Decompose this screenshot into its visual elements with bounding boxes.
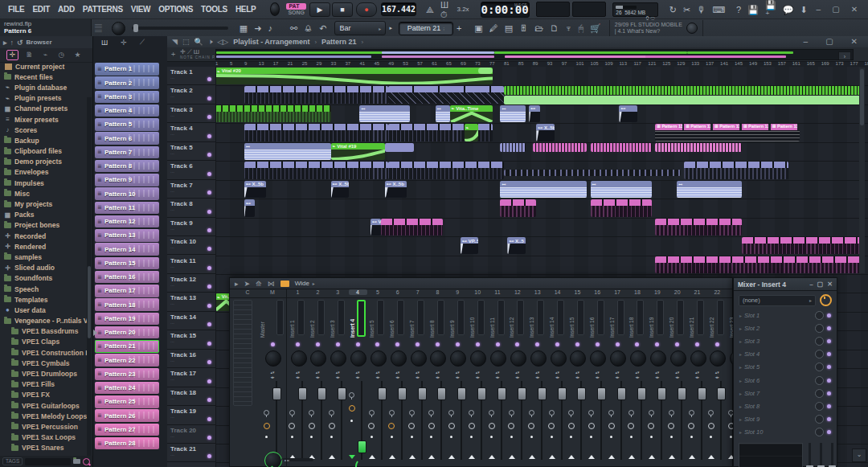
clip-samp[interactable]: ⊷ — [244, 199, 255, 216]
browser-item-templates[interactable]: Templates — [0, 294, 87, 305]
shuffle-knob[interactable] — [112, 22, 125, 35]
clip-drum[interactable] — [504, 170, 681, 176]
strip-record-arm-icon[interactable] — [508, 423, 514, 429]
save-version-icon[interactable]: 💾⁺ — [762, 0, 780, 19]
browser-item-mixer-presets[interactable]: ≡Mixer presets — [0, 114, 87, 125]
browser-item-vpe1-snares[interactable]: VPE1 Snares — [0, 443, 87, 453]
playlist-select-icon[interactable]: ⬚ — [182, 38, 190, 46]
mixer-view-selector[interactable]: Wide ▸ — [295, 280, 315, 287]
mixer-strip-5[interactable]: Insert 5 ▴▾◂▸ — [368, 297, 387, 466]
clip-multi[interactable] — [500, 199, 536, 216]
mixer-number-10[interactable]: 10 — [469, 289, 487, 295]
mixer-strip-12[interactable]: Insert 12 ▴▾◂▸ — [508, 297, 526, 466]
strip-swap-dot[interactable] — [670, 436, 673, 438]
track-header-6[interactable]: Track 6 ... — [167, 161, 215, 179]
piano-roll-icon[interactable]: 🖉 — [486, 23, 502, 33]
track-led[interactable] — [207, 398, 211, 402]
strip-mute-led[interactable] — [515, 342, 519, 346]
eq-band3-fader[interactable] — [831, 443, 833, 467]
slot-enable-led[interactable] — [827, 379, 831, 383]
strip-route-arrow[interactable] — [689, 455, 695, 459]
mixer-strip-10[interactable]: Insert 10 ▴▾◂▸ — [469, 297, 487, 466]
mixer-strip-4[interactable]: Insert 4 ▴▾◂▸ — [349, 297, 367, 466]
mixer-strip-22[interactable]: Insert 22 ▴▾◂▸ — [708, 297, 727, 466]
browser-item-impulses[interactable]: Impulses — [0, 178, 87, 188]
strip-record-arm-icon[interactable] — [708, 423, 714, 429]
strip-sep-controls[interactable]: ▴▾◂▸ — [451, 370, 464, 379]
slot-enable-led[interactable] — [827, 313, 831, 317]
menu-item-file[interactable]: FILE — [5, 2, 27, 16]
track-options[interactable]: ... — [170, 396, 212, 399]
pattern-item-7[interactable]: ≣Pattern 7 — [95, 146, 159, 159]
pattern-add-icon[interactable]: + — [453, 23, 465, 33]
pattern-item-14[interactable]: ≣Pattern 14 — [95, 243, 159, 256]
strip-mute-led[interactable] — [675, 342, 679, 346]
pattern-selector[interactable]: Pattern 21⁝ — [399, 22, 453, 35]
strip-swap-dot[interactable] — [450, 436, 452, 438]
slot-enable-led[interactable] — [827, 417, 831, 421]
strip-plugin-icon[interactable] — [708, 410, 714, 416]
eq-band1-fader[interactable] — [809, 443, 811, 467]
microphone-icon[interactable]: 🎙 — [694, 5, 709, 14]
time-display[interactable]: 0:00:00 M:S:CS — [481, 2, 530, 18]
slot-enable-led[interactable] — [827, 391, 831, 395]
strip-swap-dot[interactable] — [551, 436, 553, 438]
pat-mode-toggle[interactable]: PAT — [286, 3, 306, 10]
cpu-memory-panel[interactable]: 26 5842 MB 0 ⬭ — [612, 2, 657, 17]
strip-plugin-icon[interactable] — [689, 410, 694, 416]
track-options[interactable]: ... — [170, 189, 212, 192]
wait-input-icon[interactable]: Ш⏱ — [437, 0, 454, 19]
strip-sep-controls[interactable]: ▴▾◂▸ — [391, 370, 404, 379]
track-options[interactable]: ... — [170, 264, 212, 268]
save-icon[interactable]: 💾 — [744, 5, 762, 14]
strip-plugin-icon[interactable] — [389, 410, 395, 416]
main-volume-knob[interactable] — [270, 2, 280, 16]
metronome-icon[interactable]: ⟁ — [423, 5, 437, 14]
strip-pan-knob[interactable] — [610, 350, 626, 367]
strip-sep-controls[interactable]: ▴▾◂▸ — [331, 370, 344, 379]
strip-swap-dot[interactable] — [730, 436, 732, 438]
mixer-strip-13[interactable]: Insert 13 ▴▾◂▸ — [528, 297, 547, 466]
strip-swap-dot[interactable] — [590, 436, 592, 438]
strip-record-arm-icon[interactable] — [469, 423, 475, 429]
playlist-titlebar[interactable]: ◥ ⬚ 🔍 🕨 ◁▷ Playlist - Arrangement › Patt… — [167, 36, 868, 48]
clip-multi[interactable] — [742, 237, 861, 254]
clip-multi[interactable] — [244, 124, 388, 141]
mixer-number-6[interactable]: 6 — [388, 289, 407, 295]
strip-plugin-icon[interactable] — [489, 410, 494, 416]
strip-plugin-icon[interactable] — [349, 392, 354, 398]
browser-item-project-bones[interactable]: Project bones — [0, 220, 87, 231]
mixer-strip-3[interactable]: Insert 3 ▴▾◂▸ — [329, 297, 347, 466]
strip-mute-led[interactable] — [456, 342, 460, 346]
track-led[interactable] — [207, 360, 211, 364]
strip-sep-controls[interactable]: ▴▾◂▸ — [471, 370, 484, 379]
strip-sep-controls[interactable]: ▴▾◂▸ — [611, 370, 624, 379]
mixer-strip-1[interactable]: Insert 1 ▴▾◂▸ — [289, 297, 307, 466]
strip-sep-controls[interactable]: ▴▾◂▸ — [551, 370, 564, 379]
browser-item-vpe1-construction-kits[interactable]: VPE1 Construction Kits — [0, 347, 87, 358]
add-track-icon[interactable]: ＋ — [170, 50, 177, 58]
strip-pan-knob[interactable] — [430, 350, 446, 367]
rack-minimize-button[interactable]: – — [809, 281, 813, 288]
strip-fader-handle[interactable] — [358, 440, 366, 453]
strip-record-arm-icon[interactable] — [628, 423, 634, 429]
strip-mute-led[interactable] — [715, 342, 719, 346]
strip-pan-knob[interactable] — [265, 350, 281, 367]
strip-record-arm-icon[interactable] — [588, 423, 595, 429]
track-header-14[interactable]: Track 14 ... — [167, 312, 215, 330]
track-options[interactable]: ... — [170, 321, 212, 324]
track-led[interactable] — [207, 115, 211, 119]
strip-route-arrow[interactable] — [608, 455, 615, 459]
mixer-strip-20[interactable]: Insert 20 ▴▾◂▸ — [668, 297, 686, 466]
strip-swap-dot[interactable] — [710, 436, 712, 438]
rack-slot-5[interactable]: ▸ Slot 5 — [737, 361, 833, 374]
track-options[interactable]: ... — [170, 415, 212, 418]
mixer-view-icon[interactable] — [280, 281, 289, 287]
browser-tab-all[interactable]: ✛ — [6, 50, 18, 60]
metronome-bell-icon[interactable]: 🕭 — [301, 23, 316, 33]
window-close-button[interactable]: ✕ — [845, 5, 863, 14]
mixer-strip-21[interactable]: Insert 21 ▴▾◂▸ — [688, 297, 706, 466]
pattern-item-20[interactable]: ≣Pattern 20 — [95, 326, 159, 339]
strip-sep-controls[interactable]: ▴▾◂▸ — [266, 370, 279, 379]
mixer-strip-9[interactable]: Insert 9 ▴▾◂▸ — [448, 297, 467, 466]
